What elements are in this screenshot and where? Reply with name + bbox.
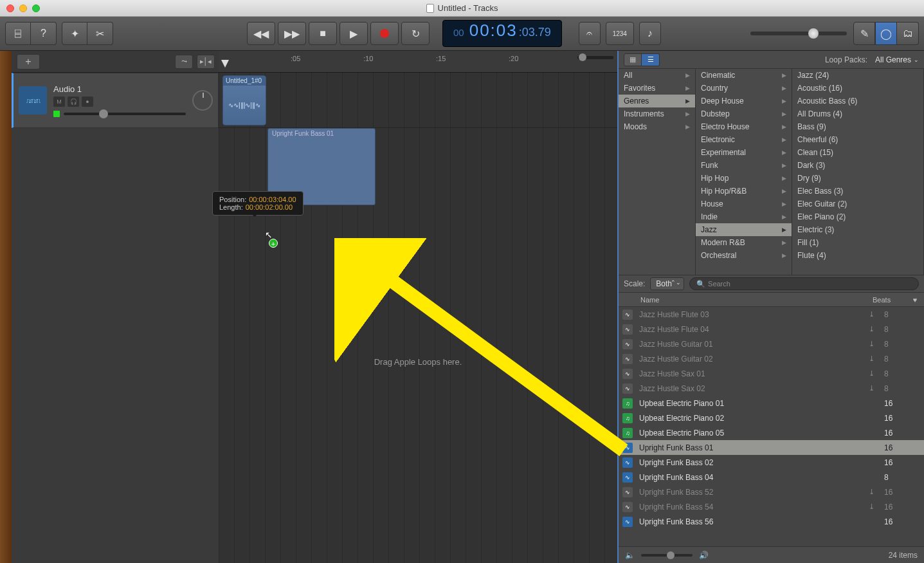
category-item[interactable]: Acoustic Bass (6): [792, 95, 923, 107]
media-browser-button[interactable]: 🗂: [897, 22, 919, 45]
category-item[interactable]: Experimental▶: [696, 146, 792, 159]
forward-button[interactable]: ▶▶: [278, 22, 306, 45]
scale-dropdown[interactable]: Both ⌃⌄: [650, 277, 684, 290]
quick-help-button[interactable]: ?: [31, 22, 57, 45]
search-input[interactable]: 🔍 Search: [689, 277, 919, 290]
timeline[interactable]: Untitled_1#0 ∿∿|∥|∿|∥∿ Upright Funk Bass…: [219, 73, 617, 563]
editors-button[interactable]: ✂: [87, 22, 113, 45]
loop-list-header[interactable]: Name Beats ♥: [619, 293, 924, 307]
category-item[interactable]: Hip Hop▶: [696, 172, 792, 185]
loop-row[interactable]: ∿Jazz Hustle Flute 04⤓8: [619, 322, 924, 337]
download-icon[interactable]: ⤓: [869, 310, 884, 318]
stop-button[interactable]: ■: [309, 22, 337, 45]
record-button[interactable]: [370, 22, 399, 45]
category-column-2[interactable]: Cinematic▶Country▶Deep House▶Dubstep▶Ele…: [696, 69, 792, 275]
category-item[interactable]: Favorites▶: [619, 82, 695, 95]
loop-list[interactable]: ∿Jazz Hustle Flute 03⤓8∿Jazz Hustle Flut…: [619, 307, 924, 546]
add-track-button[interactable]: +: [17, 54, 40, 69]
category-item[interactable]: House▶: [696, 198, 792, 210]
category-item[interactable]: Instruments▶: [619, 107, 695, 120]
download-icon[interactable]: ⤓: [869, 369, 884, 378]
track-volume-slider[interactable]: [64, 113, 186, 115]
close-window-button[interactable]: [6, 5, 14, 12]
category-item[interactable]: Moods▶: [619, 120, 695, 133]
category-item[interactable]: Genres▶: [619, 95, 695, 107]
category-item[interactable]: Elec Piano (2): [792, 210, 923, 223]
column-view-button[interactable]: ☰: [642, 53, 660, 66]
category-item[interactable]: All▶: [619, 69, 695, 82]
master-volume-slider[interactable]: [750, 32, 847, 35]
loop-row[interactable]: ∿Upright Funk Bass 0216: [619, 455, 924, 470]
category-item[interactable]: Hip Hop/R&B▶: [696, 185, 792, 198]
horizontal-zoom-slider[interactable]: [577, 56, 613, 59]
category-item[interactable]: Electro House▶: [696, 120, 792, 133]
column-beats[interactable]: Beats: [873, 296, 906, 304]
category-item[interactable]: Modern R&B▶: [696, 236, 792, 249]
automation-view-button[interactable]: ▸│◂: [197, 55, 215, 69]
lcd-display[interactable]: 00 00:03 :03.79: [442, 20, 562, 47]
tuner-button[interactable]: ♪: [639, 22, 661, 45]
category-item[interactable]: Jazz▶: [696, 223, 792, 236]
category-item[interactable]: Clean (15): [792, 146, 923, 159]
category-item[interactable]: Indie▶: [696, 210, 792, 223]
play-button[interactable]: ▶: [340, 22, 368, 45]
loop-row[interactable]: ♫Upbeat Electric Piano 0516: [619, 425, 924, 440]
category-item[interactable]: Dubstep▶: [696, 107, 792, 120]
category-item[interactable]: Elec Bass (3): [792, 185, 923, 198]
solo-button[interactable]: 🎧: [68, 97, 79, 107]
loop-row[interactable]: ♫Upbeat Electric Piano 0116: [619, 396, 924, 411]
button-view-button[interactable]: ▦: [624, 53, 642, 66]
column-name[interactable]: Name: [619, 296, 873, 304]
rewind-button[interactable]: ◀◀: [247, 22, 275, 45]
download-icon[interactable]: ⤓: [869, 325, 884, 333]
track-header-audio-1[interactable]: ⎍⎎⎍⎎⎍ Audio 1 M 🎧 ●: [12, 73, 219, 128]
category-item[interactable]: Fill (1): [792, 236, 923, 249]
download-icon[interactable]: ⤓: [869, 355, 884, 363]
loop-row[interactable]: ∿Jazz Hustle Guitar 01⤓8: [619, 337, 924, 351]
minimize-window-button[interactable]: [19, 5, 27, 12]
download-icon[interactable]: ⤓: [869, 503, 884, 511]
record-enable-button[interactable]: ●: [82, 97, 93, 107]
column-favorite[interactable]: ♥: [906, 296, 924, 304]
loop-browser-button[interactable]: ◯: [875, 22, 897, 45]
timeline-ruler[interactable]: :05 :10 :15 :20: [219, 51, 617, 73]
category-item[interactable]: Deep House▶: [696, 95, 792, 107]
loop-row[interactable]: ♫Upbeat Electric Piano 0216: [619, 411, 924, 425]
category-item[interactable]: Acoustic (16): [792, 82, 923, 95]
slider-knob[interactable]: [579, 53, 586, 61]
category-item[interactable]: Cheerful (6): [792, 133, 923, 146]
loop-row[interactable]: ∿Jazz Hustle Flute 03⤓8: [619, 307, 924, 322]
download-icon[interactable]: ⤓: [869, 488, 884, 496]
slider-knob[interactable]: [667, 551, 675, 559]
category-item[interactable]: Cinematic▶: [696, 69, 792, 82]
loop-row[interactable]: ∿Upright Funk Bass 048: [619, 470, 924, 485]
loop-row[interactable]: ∿Upright Funk Bass 5616: [619, 514, 924, 529]
pan-knob[interactable]: [192, 90, 213, 111]
cycle-button[interactable]: ↻: [401, 22, 430, 45]
loop-packs-dropdown[interactable]: All Genres ⌄: [875, 55, 919, 64]
category-item[interactable]: Flute (4): [792, 249, 923, 262]
slider-knob[interactable]: [808, 28, 819, 39]
slider-knob[interactable]: [99, 109, 108, 118]
category-item[interactable]: Orchestral▶: [696, 249, 792, 262]
category-item[interactable]: Elec Guitar (2): [792, 198, 923, 210]
category-item[interactable]: Electric (3): [792, 223, 923, 236]
loop-row[interactable]: ∿Jazz Hustle Sax 02⤓8: [619, 381, 924, 396]
loop-row[interactable]: ∿Upright Funk Bass 0116: [619, 440, 924, 455]
category-item[interactable]: Jazz (24): [792, 69, 923, 82]
category-item[interactable]: Funk▶: [696, 159, 792, 172]
category-column-1[interactable]: All▶Favorites▶Genres▶Instruments▶Moods▶: [619, 69, 696, 275]
category-item[interactable]: Bass (9): [792, 120, 923, 133]
loop-row[interactable]: ∿Upright Funk Bass 54⤓16: [619, 499, 924, 514]
category-item[interactable]: All Drums (4): [792, 107, 923, 120]
loop-row[interactable]: ∿Jazz Hustle Sax 01⤓8: [619, 366, 924, 381]
category-item[interactable]: Electronic▶: [696, 133, 792, 146]
category-item[interactable]: Country▶: [696, 82, 792, 95]
playhead-marker[interactable]: [221, 60, 229, 68]
mute-button[interactable]: M: [53, 97, 65, 107]
category-column-3[interactable]: Jazz (24)Acoustic (16)Acoustic Bass (6)A…: [792, 69, 924, 275]
audio-region-untitled-1[interactable]: Untitled_1#0 ∿∿|∥|∿|∥∿: [222, 75, 266, 125]
download-icon[interactable]: ⤓: [869, 384, 884, 392]
notepad-button[interactable]: ✎: [853, 22, 875, 45]
category-item[interactable]: Dry (9): [792, 172, 923, 185]
